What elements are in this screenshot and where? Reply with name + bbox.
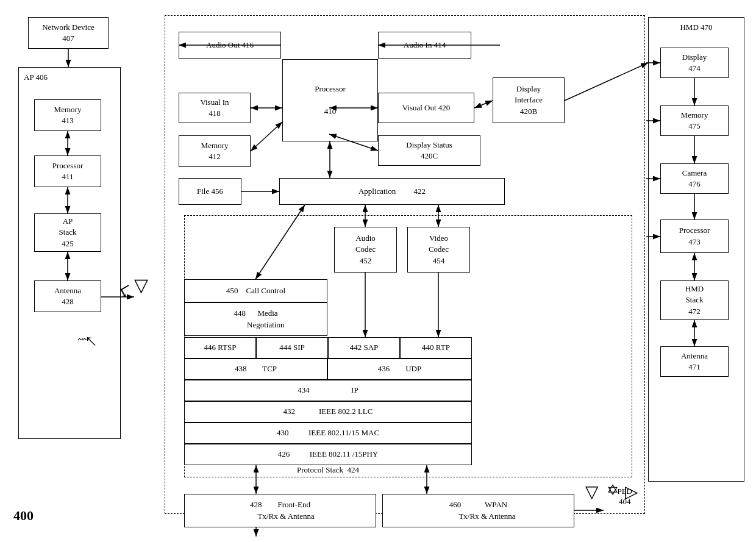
media-neg-box: 448 Media Negotiation [184,302,327,336]
ieee80211mac-box: 430 IEEE 802.11/15 MAC [184,423,472,444]
display-status-label: Display Status420C [406,140,452,162]
tcp-label: 438 TCP [235,363,277,374]
memory475-label: Memory475 [681,110,708,132]
arrow-triangle-hmd: ▷ [625,482,638,502]
memory413-label: Memory413 [54,104,82,126]
audio-in-label: Audio In 414 [404,40,446,51]
antenna-triangle-hmd: ▽ [585,482,599,502]
ap-stack-label: APStack425 [59,216,77,249]
ieee80211mac-label: 430 IEEE 802.11/15 MAC [277,427,379,438]
call-control-label: 450 Call Control [226,285,285,296]
frontend-box: 428 Front-End Tx/Rx & Antenna [184,494,376,527]
ieee80211phy-box: 426 IEEE 802.11 /15PHY [184,444,472,465]
frontend-label: 428 Front-End Tx/Rx & Antenna [246,499,314,521]
ap-stack-box: APStack425 [34,213,101,252]
ieee80211phy-label: 426 IEEE 802.11 /15PHY [278,449,379,460]
processor411-box: Processor411 [34,155,101,187]
udp-label: 436 UDP [378,363,422,374]
sip-box: 444 SIP [256,337,328,358]
audio-codec-label: AudioCodec452 [355,233,376,266]
visual-in-box: Visual In418 [179,93,251,123]
lightning-hmd: ✡ [607,482,619,499]
ip-box: 434 IP [184,380,472,401]
camera476-label: Camera476 [682,168,707,190]
audio-in-box: Audio In 414 [378,32,471,59]
ieee8022-box: 432 IEEE 802.2 LLC [184,401,472,423]
memory412-label: Memory412 [201,140,229,162]
processor473-box: Processor473 [660,219,729,253]
processor411-label: Processor411 [52,160,84,182]
antenna428-ap-label: Antenna428 [54,285,81,307]
sap-label: 442 SAP [350,342,379,353]
sip-label: 444 SIP [279,342,305,353]
video-codec-label: VideoCodec454 [429,233,449,266]
display-interface-box: DisplayInterface420B [493,77,565,123]
ip-label: 434 IP [298,385,358,396]
application422-box: Application 422 [279,178,505,205]
video-codec-box: VideoCodec454 [407,227,470,273]
rtp-box: 440 RTP [400,337,472,358]
media-neg-label: 448 Media Negotiation [227,308,285,330]
visual-out-label: Visual Out 420 [402,102,451,113]
visual-out-box: Visual Out 420 [378,93,474,123]
processor410-label: Processor410 [315,84,346,117]
antenna428-ap-box: Antenna428 [34,280,101,312]
processor410-box: Processor410 [282,59,378,141]
sap-box: 442 SAP [328,337,400,358]
wpan-label: 460 WPAN Tx/Rx & Antenna [441,499,515,521]
ap-label: AP 406 [24,73,48,83]
antenna471-label: Antenna471 [681,351,708,373]
audio-out-label: Audio Out 416 [206,40,254,51]
figure-number: 400 [13,508,34,524]
udp-box: 436 UDP [327,358,472,380]
antenna471-box: Antenna471 [660,346,729,377]
processor473-label: Processor473 [679,225,710,247]
diagram-container: 400 AP 406 Network Device407 Memory413 P… [0,0,756,542]
hmd-outer-label: HMD 470 [680,23,712,33]
network-device-label: Network Device407 [42,22,94,44]
wpan-box: 460 WPAN Tx/Rx & Antenna [382,494,574,527]
hmd-stack-label: HMDStack472 [685,283,704,317]
call-control-box: 450 Call Control [184,279,327,302]
camera476-box: Camera476 [660,163,729,194]
rtsp-label: 446 RTSP [204,342,236,353]
display-interface-label: DisplayInterface420B [515,84,543,117]
file456-box: File 456 [179,178,241,205]
rtsp-box: 446 RTSP [184,337,256,358]
tcp-box: 438 TCP [184,358,327,380]
display474-label: Display474 [682,52,707,74]
audio-codec-box: AudioCodec452 [334,227,397,273]
network-device-box: Network Device407 [28,17,109,49]
memory413-box: Memory413 [34,99,101,131]
hmd-stack-box: HMDStack472 [660,280,729,320]
memory475-box: Memory475 [660,105,729,136]
application422-label: Application 422 [358,186,426,197]
memory412-box: Memory412 [179,135,251,167]
ieee8022-label: 432 IEEE 802.2 LLC [284,406,373,417]
rtp-label: 440 RTP [422,342,450,353]
protocol-stack-label: Protocol Stack 424 [184,465,472,477]
display474-box: Display474 [660,48,729,78]
antenna-triangle-ap: ▽ [134,274,148,296]
file456-label: File 456 [197,186,223,197]
audio-out-box: Audio Out 416 [179,32,281,59]
display-status-box: Display Status420C [378,135,480,166]
signal-wave-ap: ~~ [78,334,88,345]
visual-in-label: Visual In418 [200,97,229,119]
